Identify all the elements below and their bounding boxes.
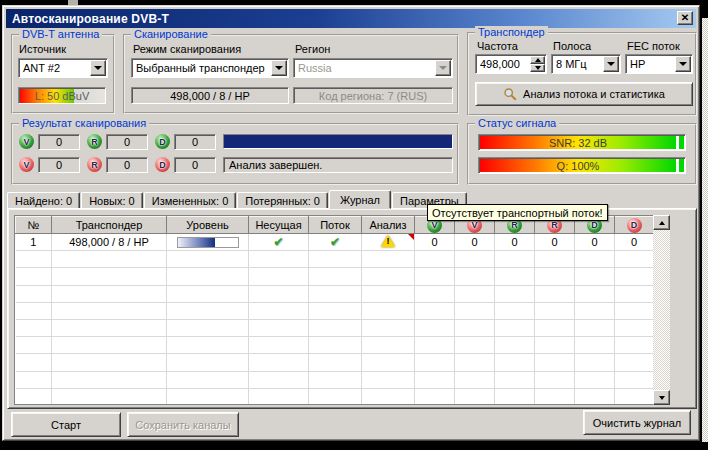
frequency-spinner[interactable]: 498,000: [475, 54, 547, 74]
transponder-info-field: 498,000 / 8 / HP: [131, 87, 289, 104]
tab-found[interactable]: Найдено: 0: [7, 192, 80, 209]
quality-text: Q: 100%: [557, 160, 600, 172]
r-found-count: 0: [106, 134, 148, 150]
signal-level-meter: L: 50 dBuV: [18, 87, 106, 104]
d-found-count: 0: [174, 134, 216, 150]
source-select[interactable]: ANT #2: [18, 58, 108, 78]
background-window-fragment: [702, 18, 708, 442]
v-lost-count: 0: [38, 157, 80, 173]
save-channels-label: Сохранить каналы: [135, 419, 230, 431]
table-scrollbar[interactable]: [653, 215, 670, 405]
bandwidth-label: Полоса: [553, 40, 591, 52]
col-transponder[interactable]: Транспондер: [52, 217, 167, 234]
bandwidth-select[interactable]: 8 МГц: [551, 54, 621, 74]
group-scan-result: Результат сканирования V 0 R 0 D 0 V 0 R…: [11, 123, 459, 185]
chevron-down-icon[interactable]: [271, 60, 287, 76]
group-antenna: DVB-T антенна Источник ANT #2 L: 50 dBuV: [11, 34, 115, 114]
table-empty-row[interactable]: [16, 371, 654, 388]
region-code-field: Код региона: 7 (RUS): [293, 87, 453, 104]
row-counter: 0: [575, 234, 615, 251]
col-analysis[interactable]: Анализ: [362, 217, 415, 234]
scan-mode-select[interactable]: Выбранный транспондер: [131, 58, 289, 78]
d-red-icon: D: [155, 157, 170, 172]
v-green-icon: V: [19, 134, 34, 149]
table-empty-row[interactable]: [16, 337, 654, 354]
group-scan-result-label: Результат сканирования: [19, 117, 149, 129]
group-transponder-label: Транспондер: [475, 26, 548, 38]
row-level: [167, 234, 249, 251]
group-scanning: Сканирование Режим сканирования Регион В…: [123, 34, 459, 114]
tooltip-text: Отсутствует транспортный поток!: [432, 207, 603, 219]
check-icon: ✔: [330, 235, 340, 249]
v-found-count: 0: [38, 134, 80, 150]
region-select[interactable]: Russia: [293, 58, 453, 78]
fec-label: FEC поток: [627, 40, 680, 52]
col-number[interactable]: №: [16, 217, 52, 234]
chevron-down-icon[interactable]: [675, 56, 691, 72]
log-table: № Транспондер Уровень Несущая Поток Анал…: [14, 215, 653, 405]
start-button[interactable]: Старт: [11, 412, 121, 437]
tab-new[interactable]: Новых: 0: [81, 192, 143, 209]
row-transponder: 498,000 / 8 / HP: [52, 234, 167, 251]
analyze-stream-button[interactable]: Анализ потока и статистика: [475, 82, 693, 106]
bandwidth-value: 8 МГц: [552, 58, 602, 70]
snr-peak-segment: [679, 136, 684, 149]
chevron-down-icon: [435, 60, 451, 76]
tab-changed[interactable]: Измененных: 0: [144, 192, 237, 209]
table-row[interactable]: 1 498,000 / 8 / HP ✔ ✔ ! 0: [16, 234, 654, 251]
scan-mode-value: Выбранный транспондер: [132, 62, 270, 74]
clear-log-button[interactable]: Очистить журнал: [583, 410, 691, 435]
scroll-down-icon[interactable]: [653, 390, 670, 405]
col-stream[interactable]: Поток: [309, 217, 362, 234]
close-icon[interactable]: ✕: [677, 11, 693, 25]
col-carrier[interactable]: Несущая: [249, 217, 309, 234]
frequency-label: Частота: [477, 40, 518, 52]
group-antenna-label: DVB-T антенна: [19, 28, 102, 40]
tab-lost[interactable]: Потерянных: 0: [237, 192, 328, 209]
v-red-icon: V: [19, 157, 34, 172]
title-bar[interactable]: Автосканирование DVB-T ✕: [6, 9, 696, 28]
row-counter: 0: [455, 234, 495, 251]
spin-down-icon[interactable]: [530, 64, 545, 72]
col-d-red[interactable]: D: [615, 217, 654, 234]
fec-value: HP: [626, 58, 674, 70]
result-tabs: Найдено: 0 Новых: 0 Измененных: 0 Потеря…: [7, 190, 468, 209]
tab-log[interactable]: Журнал: [329, 190, 391, 209]
table-empty-row[interactable]: [16, 319, 654, 336]
group-signal-status: Статус сигнала SNR: 32 dB Q: 100%: [467, 123, 697, 185]
table-empty-row[interactable]: [16, 388, 654, 405]
group-signal-status-label: Статус сигнала: [475, 117, 559, 129]
row-counter: 0: [415, 234, 455, 251]
region-label: Регион: [295, 43, 330, 55]
signal-level-text: L: 50 dBuV: [35, 90, 89, 102]
source-value: ANT #2: [19, 62, 89, 74]
window-title: Автосканирование DVB-T: [12, 12, 169, 26]
scroll-up-icon[interactable]: [653, 215, 670, 230]
table-empty-row[interactable]: [16, 251, 654, 268]
scan-status-text: Анализ завершен.: [229, 159, 322, 171]
r-green-icon: R: [87, 134, 102, 149]
save-channels-button[interactable]: Сохранить каналы: [127, 412, 239, 437]
table-empty-row[interactable]: [16, 268, 654, 285]
table-empty-row[interactable]: [16, 354, 654, 371]
snr-text: SNR: 32 dB: [549, 137, 607, 149]
spin-up-icon[interactable]: [530, 56, 545, 64]
chevron-down-icon[interactable]: [603, 56, 619, 72]
col-level[interactable]: Уровень: [167, 217, 249, 234]
magnifier-icon: [503, 87, 517, 101]
scan-status-field: Анализ завершен.: [223, 157, 453, 173]
row-stream: ✔: [309, 234, 362, 251]
transponder-info-text: 498,000 / 8 / HP: [170, 90, 250, 102]
tooltip-anchor-mark: [408, 234, 414, 240]
clear-log-label: Очистить журнал: [593, 417, 682, 429]
group-transponder: Транспондер Частота Полоса FEC поток 498…: [467, 32, 697, 116]
table-empty-row[interactable]: [16, 302, 654, 319]
fec-select[interactable]: HP: [625, 54, 693, 74]
table-empty-row[interactable]: [16, 285, 654, 302]
row-carrier: ✔: [249, 234, 309, 251]
level-fill: [178, 238, 215, 247]
chevron-down-icon[interactable]: [90, 60, 106, 76]
r-lost-count: 0: [106, 157, 148, 173]
frequency-value[interactable]: 498,000: [476, 55, 529, 73]
d-lost-count: 0: [174, 157, 216, 173]
